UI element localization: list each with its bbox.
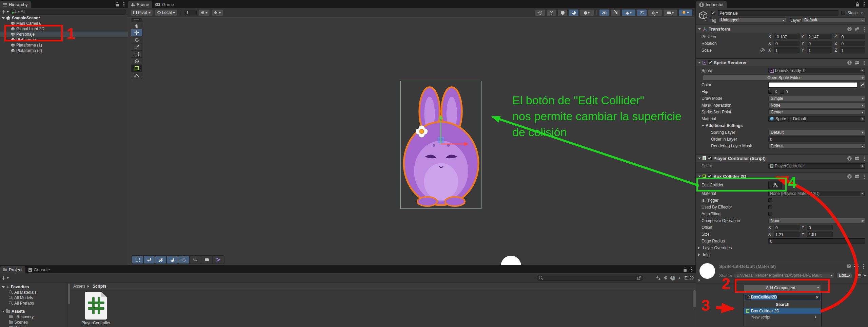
static-caret-icon[interactable] (861, 13, 863, 15)
collider-editor-tool[interactable] (131, 72, 142, 79)
add-object-caret-icon[interactable] (7, 11, 9, 14)
add-component-button[interactable]: Add Component (744, 285, 821, 291)
position-z-field[interactable]: 0 (840, 34, 865, 39)
menu-dots-icon[interactable] (863, 264, 864, 265)
scale-y-field[interactable]: 1 (807, 48, 833, 53)
menu-dots-icon[interactable] (864, 27, 865, 28)
asset-tile-playercontroller[interactable]: PlayerController (77, 292, 115, 325)
assets-scenes-folder[interactable]: Scenes (0, 320, 67, 325)
help-icon[interactable] (847, 156, 852, 161)
icon-caret[interactable] (705, 20, 707, 22)
search-filter-caret-icon[interactable] (18, 11, 20, 14)
tab-project[interactable]: Project (0, 266, 25, 273)
shading-unlit-icon[interactable] (557, 9, 568, 16)
filter-by-label-icon[interactable] (664, 276, 668, 280)
color-swatch[interactable] (768, 82, 857, 88)
favorites-all-materials[interactable]: All Materials (0, 290, 67, 295)
hand-tool[interactable] (131, 22, 142, 29)
open-search-icon[interactable] (637, 276, 641, 280)
layers-button[interactable] (648, 9, 662, 16)
preset-icon[interactable] (855, 175, 859, 178)
shader-menu-icon[interactable] (857, 274, 861, 277)
assets-scripts-folder[interactable]: Scripts (0, 325, 67, 327)
hierarchy-item-personaje[interactable]: Personaje (0, 32, 128, 37)
assets-root[interactable]: Assets (0, 309, 67, 314)
preset-icon[interactable] (855, 61, 859, 65)
rotation-x-field[interactable]: 0 (774, 41, 800, 46)
object-picker-icon[interactable] (860, 69, 864, 73)
audio-mute-icon[interactable] (610, 9, 620, 16)
sort-point-dropdown[interactable]: Center (768, 109, 865, 115)
is-trigger-checkbox[interactable] (768, 198, 772, 202)
edge-radius-field[interactable]: 0 (768, 238, 865, 244)
gameobject-name-field[interactable]: Personaje (718, 10, 839, 16)
player-controller-header[interactable]: Player Controller (Script) (696, 154, 868, 162)
additional-settings-row[interactable]: Additional Settings (696, 122, 868, 129)
shading-shaded-icon[interactable] (546, 9, 556, 16)
pivot-dropdown[interactable]: Pivot (131, 9, 153, 16)
assets-recovery-folder[interactable]: _Recovery (0, 314, 67, 320)
transform-header[interactable]: Transform (696, 25, 868, 33)
grid-size-field[interactable]: 1 (184, 10, 197, 15)
hidden-count-toggle[interactable]: 29 (684, 276, 694, 280)
shader-edit-button[interactable]: Edit... (836, 273, 852, 278)
lighting-button[interactable] (622, 9, 636, 16)
rotation-z-field[interactable]: 0 (840, 41, 865, 46)
tab-scene[interactable]: Scene (128, 1, 152, 8)
move-gizmo[interactable] (431, 113, 471, 151)
lock-icon[interactable] (856, 4, 859, 6)
rendering-layer-mask-dropdown[interactable]: Default (768, 143, 865, 149)
composite-operation-dropdown[interactable]: None (768, 218, 865, 223)
shader-dropdown[interactable]: Universal Render Pipeline/2D/Sprite-Lit-… (734, 273, 834, 278)
tab-console[interactable]: Console (25, 266, 53, 273)
component-enabled-checkbox[interactable] (708, 174, 712, 178)
hierarchy-scene-root[interactable]: SampleScene* (0, 15, 128, 21)
active-checkbox[interactable] (711, 11, 715, 15)
help-icon[interactable] (847, 264, 851, 268)
palette-drag-handle[interactable] (131, 19, 142, 22)
scene-lighting-icon[interactable] (167, 256, 178, 264)
selection-outline-icon[interactable] (132, 256, 143, 264)
rotate-tool[interactable] (131, 36, 142, 43)
move-tool[interactable] (131, 29, 142, 36)
help-icon[interactable] (847, 27, 852, 31)
component-enabled-checkbox[interactable] (708, 156, 712, 160)
open-sprite-editor-button[interactable]: Open Sprite Editor (703, 75, 865, 80)
favorites-all-models[interactable]: All Models (0, 295, 67, 301)
foldout-icon[interactable] (2, 17, 5, 20)
camera-preview-icon[interactable] (201, 256, 212, 264)
foldout-icon[interactable] (698, 247, 701, 249)
tree-scrollbar[interactable] (68, 284, 70, 304)
material-object-field[interactable]: Sprite-Lit-Default (768, 116, 865, 122)
sorting-layer-dropdown[interactable]: Default (768, 130, 865, 135)
favorites-all-prefabs[interactable]: All Prefabs (0, 301, 67, 306)
foldout-icon[interactable] (698, 253, 701, 256)
draw-mode-dropdown[interactable]: Simple (768, 96, 865, 101)
rect-tool[interactable] (131, 50, 142, 57)
hierarchy-item-plataforma-2[interactable]: Plataforma (2) (0, 48, 128, 53)
shuffle-icon[interactable] (213, 256, 224, 264)
scale-x-field[interactable]: 1 (774, 48, 800, 53)
rotation-y-field[interactable]: 0 (807, 41, 833, 46)
content-scrollbar[interactable] (693, 290, 696, 307)
sprite-object-field[interactable]: bunny2_ready_0 (768, 68, 865, 73)
project-search-input[interactable] (537, 275, 643, 281)
preset-icon[interactable] (854, 264, 859, 268)
static-checkbox[interactable] (841, 11, 845, 15)
auto-tiling-checkbox[interactable] (768, 212, 772, 216)
sprite-renderer-header[interactable]: Sprite Renderer (696, 58, 868, 66)
shading-wireframe-icon[interactable] (535, 9, 545, 16)
object-picker-icon[interactable] (860, 117, 864, 121)
alert-icon[interactable]: ! (670, 276, 675, 280)
position-y-field[interactable]: 2.147 (807, 34, 833, 39)
breadcrumb-root[interactable]: Assets (73, 284, 85, 289)
scene-visibility-eye-icon[interactable] (637, 9, 647, 16)
zoom-icon[interactable] (190, 256, 201, 264)
breadcrumb-current[interactable]: Scripts (93, 284, 106, 289)
link-off-icon[interactable] (761, 48, 765, 52)
foldout-icon[interactable] (2, 286, 5, 289)
position-x-field[interactable]: -0.187 (774, 34, 800, 39)
menu-dots-icon[interactable] (691, 267, 692, 268)
hierarchy-item-plataforma[interactable]: Plataforma (0, 37, 128, 42)
add-object-button[interactable] (2, 10, 5, 14)
